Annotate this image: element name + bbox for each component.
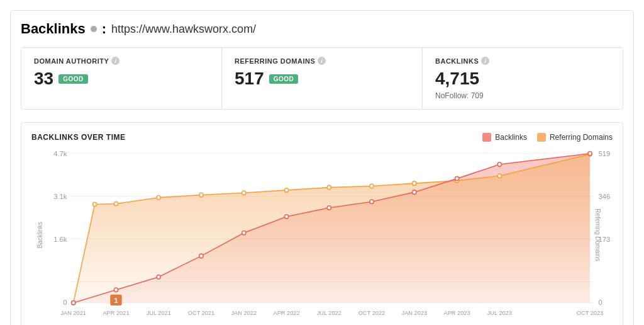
bl-dot-7 bbox=[370, 200, 374, 203]
legend-dot-backlinks bbox=[482, 133, 491, 142]
bl-dot-8 bbox=[413, 190, 416, 194]
svg-text:JUL 2022: JUL 2022 bbox=[317, 309, 341, 316]
chart-section: BACKLINKS OVER TIME Backlinks Referring … bbox=[21, 122, 623, 325]
metric-label-domain-authority: DOMAIN AUTHORITY i bbox=[34, 57, 209, 65]
metric-card-referring-domains: REFERRING DOMAINS i 517 GOOD bbox=[222, 48, 423, 109]
svg-text:519: 519 bbox=[598, 150, 610, 157]
bl-dot-1 bbox=[114, 288, 118, 292]
metric-label-referring-domains: REFERRING DOMAINS i bbox=[235, 57, 409, 65]
svg-text:JAN 2022: JAN 2022 bbox=[231, 309, 257, 316]
bl-dot-9 bbox=[455, 176, 458, 180]
legend-dot-referring-domains bbox=[537, 133, 546, 142]
svg-text:4.7k: 4.7k bbox=[53, 150, 67, 157]
referring-domains-area bbox=[74, 154, 590, 303]
metric-value-row-domain-authority: 33 GOOD bbox=[34, 69, 209, 89]
rd-dot-1 bbox=[93, 202, 97, 206]
svg-text:JAN 2023: JAN 2023 bbox=[402, 309, 428, 316]
bl-dot-3 bbox=[199, 254, 203, 258]
svg-text:OCT 2023: OCT 2023 bbox=[577, 309, 603, 316]
svg-text:APR 2022: APR 2022 bbox=[274, 309, 300, 316]
bl-dot-4 bbox=[242, 231, 246, 235]
svg-text:JAN 2021: JAN 2021 bbox=[60, 309, 86, 316]
legend-item-referring-domains: Referring Domains bbox=[537, 133, 613, 142]
metric-label-backlinks: BACKLINKS i bbox=[435, 57, 610, 65]
rd-dot-8 bbox=[370, 184, 374, 188]
backlinks-value: 4,715 bbox=[435, 69, 479, 89]
referring-domains-badge: GOOD bbox=[269, 74, 299, 84]
legend-label-backlinks: Backlinks bbox=[495, 133, 527, 142]
referring-domains-value: 517 bbox=[235, 69, 264, 89]
header-dot bbox=[91, 26, 97, 32]
rd-dot-4 bbox=[199, 193, 203, 197]
svg-text:APR 2023: APR 2023 bbox=[444, 309, 470, 316]
chart-svg: 4.7k 3.1k 1.6k 0 519 346 173 0 bbox=[31, 147, 613, 323]
svg-text:0: 0 bbox=[63, 299, 67, 306]
backlinks-sub: NoFollow: 709 bbox=[435, 91, 610, 100]
domain-authority-info-icon[interactable]: i bbox=[111, 57, 119, 65]
rd-dot-3 bbox=[157, 196, 160, 200]
svg-text:0: 0 bbox=[598, 299, 602, 306]
page-title: Backlinks bbox=[21, 21, 86, 37]
chart-header: BACKLINKS OVER TIME Backlinks Referring … bbox=[31, 133, 613, 142]
svg-text:JUL 2023: JUL 2023 bbox=[487, 309, 512, 316]
header-separator: : bbox=[102, 21, 106, 37]
svg-text:APR 2021: APR 2021 bbox=[103, 309, 129, 316]
rd-dot-7 bbox=[327, 185, 331, 189]
svg-text:346: 346 bbox=[598, 193, 610, 200]
bl-dot-11 bbox=[588, 152, 592, 156]
page-container: Backlinks : https://www.hawksworx.com/ D… bbox=[10, 10, 634, 325]
domain-authority-badge: GOOD bbox=[58, 74, 88, 84]
metric-value-row-backlinks: 4,715 bbox=[435, 69, 610, 89]
rd-dot-5 bbox=[242, 191, 246, 195]
rd-dot-2 bbox=[114, 202, 118, 205]
legend-item-backlinks: Backlinks bbox=[482, 133, 527, 142]
rd-dot-11 bbox=[497, 174, 501, 178]
svg-text:OCT 2022: OCT 2022 bbox=[358, 309, 385, 316]
page-header: Backlinks : https://www.hawksworx.com/ bbox=[21, 21, 623, 37]
bl-dot-6 bbox=[327, 206, 331, 210]
svg-text:3.1k: 3.1k bbox=[53, 193, 67, 200]
svg-text:OCT 2021: OCT 2021 bbox=[188, 309, 214, 316]
bl-dot-5 bbox=[284, 215, 288, 219]
bl-dot-2 bbox=[157, 275, 160, 279]
metric-card-domain-authority: DOMAIN AUTHORITY i 33 GOOD bbox=[21, 48, 222, 109]
referring-domains-info-icon[interactable]: i bbox=[318, 57, 326, 65]
y-axis-label-left: Backlinks bbox=[36, 222, 43, 248]
svg-text:1.6k: 1.6k bbox=[53, 236, 67, 243]
chart-wrapper: Backlinks Referring Domains 4.7k 3.1k 1.… bbox=[31, 147, 613, 323]
rd-dot-6 bbox=[284, 188, 288, 192]
legend-label-referring-domains: Referring Domains bbox=[550, 133, 613, 142]
bl-dot-10 bbox=[497, 162, 501, 166]
metric-card-backlinks: BACKLINKS i 4,715 NoFollow: 709 bbox=[423, 48, 623, 109]
rd-dot-9 bbox=[413, 181, 416, 185]
backlinks-info-icon[interactable]: i bbox=[481, 57, 489, 65]
chart-title: BACKLINKS OVER TIME bbox=[31, 133, 126, 142]
annotation-label: 1 bbox=[114, 296, 118, 304]
metric-value-row-referring-domains: 517 GOOD bbox=[235, 69, 409, 89]
y-axis-label-right: Referring Domains bbox=[594, 208, 601, 261]
metrics-row: DOMAIN AUTHORITY i 33 GOOD REFERRING DOM… bbox=[21, 47, 623, 110]
header-url: https://www.hawksworx.com/ bbox=[111, 23, 256, 36]
bl-dot-0 bbox=[72, 300, 75, 304]
domain-authority-value: 33 bbox=[34, 69, 53, 89]
chart-legend: Backlinks Referring Domains bbox=[482, 133, 613, 142]
svg-text:JUL 2021: JUL 2021 bbox=[147, 309, 171, 316]
